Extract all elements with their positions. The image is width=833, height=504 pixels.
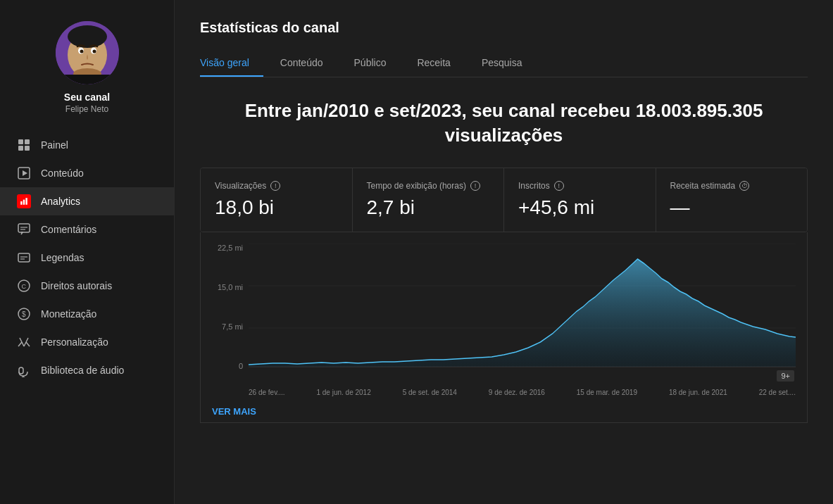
grid-icon — [17, 138, 31, 152]
y-label-4: 0 — [212, 362, 243, 370]
metric-label-receita: Receita estimada ⏱ — [670, 181, 794, 191]
tab-conteudo[interactable]: Conteúdo — [277, 50, 337, 77]
sidebar-item-analytics[interactable]: Analytics — [0, 187, 174, 215]
sidebar-item-conteudo[interactable]: Conteúdo — [0, 159, 174, 187]
svg-marker-14 — [23, 170, 27, 176]
svg-rect-10 — [25, 139, 30, 144]
chart-area: 22,5 mi 15,0 mi 7,5 mi 0 — [212, 244, 796, 384]
avatar-image — [56, 21, 119, 84]
svg-line-28 — [18, 342, 22, 346]
svg-rect-12 — [25, 146, 30, 151]
x-label-4: 9 de dez. de 2016 — [489, 389, 545, 396]
sidebar-label-legendas: Legendas — [41, 252, 84, 263]
audio-icon — [17, 363, 31, 377]
svg-rect-9 — [18, 139, 23, 144]
sidebar-item-monetizacao[interactable]: $ Monetização — [0, 300, 174, 328]
channel-name: Seu canal — [64, 92, 110, 103]
comment-icon — [17, 222, 31, 237]
metric-value-tempo: 2,7 bi — [367, 196, 490, 219]
warn-icon-tempo: ! — [470, 181, 480, 191]
chart-svg-container: 9+ — [249, 244, 796, 384]
y-label-3: 7,5 mi — [212, 322, 243, 331]
svg-point-2 — [68, 25, 107, 48]
svg-rect-16 — [23, 200, 25, 205]
clock-icon-receita: ⏱ — [739, 181, 749, 191]
svg-rect-8 — [63, 75, 112, 84]
svg-line-29 — [26, 342, 30, 346]
tab-visao-geral[interactable]: Visão geral — [200, 50, 263, 77]
copyright-icon: C — [17, 279, 31, 293]
sidebar-label-biblioteca: Biblioteca de áudio — [41, 365, 124, 376]
x-label-1: 26 de fev.... — [249, 389, 285, 396]
sidebar-label-comentarios: Comentários — [41, 224, 96, 235]
chart-section: 22,5 mi 15,0 mi 7,5 mi 0 — [200, 232, 808, 423]
x-label-3: 5 de set. de 2014 — [403, 389, 457, 396]
x-label-7: 22 de set.... — [759, 389, 796, 396]
sidebar-item-direitos[interactable]: C Direitos autorais — [0, 272, 174, 300]
x-label-5: 15 de mar. de 2019 — [577, 389, 637, 396]
sidebar-label-direitos: Direitos autorais — [41, 280, 112, 291]
svg-rect-11 — [18, 146, 23, 151]
metric-tempo-exibicao: Tempo de exibição (horas) ! 2,7 bi — [353, 168, 505, 232]
sidebar-label-analytics: Analytics — [41, 196, 80, 207]
tabs-bar: Visão geral Conteúdo Público Receita Pes… — [200, 50, 808, 77]
metric-value-visualizacoes: 18,0 bi — [215, 196, 338, 219]
svg-text:C: C — [22, 283, 27, 290]
page-title: Estatísticas do canal — [200, 20, 808, 36]
metric-inscritos: Inscritos ! +45,6 mi — [504, 168, 656, 232]
tab-pesquisa[interactable]: Pesquisa — [479, 50, 537, 77]
channel-handle: Felipe Neto — [65, 104, 108, 114]
metric-value-receita: — — [670, 196, 794, 219]
chart-x-labels: 26 de fev.... 1 de jun. de 2012 5 de set… — [212, 384, 796, 396]
metric-visualizacoes: Visualizações ! 18,0 bi — [201, 168, 353, 232]
svg-rect-18 — [18, 224, 30, 232]
ver-mais-link[interactable]: VER MAIS — [212, 406, 256, 417]
svg-rect-17 — [25, 198, 27, 205]
sidebar-item-legendas[interactable]: Legendas — [0, 244, 174, 272]
metric-label-inscritos: Inscritos ! — [518, 181, 641, 191]
metric-value-inscritos: +45,6 mi — [518, 196, 641, 219]
avatar — [56, 21, 119, 84]
money-icon: $ — [17, 307, 31, 321]
sidebar-item-personalizacao[interactable]: Personalização — [0, 328, 174, 356]
tab-publico[interactable]: Público — [351, 50, 401, 77]
sidebar-label-monetizacao: Monetização — [41, 308, 96, 320]
play-icon — [17, 166, 31, 180]
sidebar: Seu canal Felipe Neto Painel — [0, 0, 175, 504]
metric-label-tempo: Tempo de exibição (horas) ! — [367, 181, 490, 191]
warn-icon-visualizacoes: ! — [270, 181, 280, 191]
sidebar-label-personalizacao: Personalização — [41, 336, 108, 348]
metrics-row: Visualizações ! 18,0 bi Tempo de exibiçã… — [200, 168, 808, 232]
y-label-2: 15,0 mi — [212, 283, 243, 291]
metric-label-visualizacoes: Visualizações ! — [215, 181, 338, 191]
analytics-icon — [17, 194, 31, 208]
customize-icon — [17, 335, 31, 349]
chart-y-labels: 22,5 mi 15,0 mi 7,5 mi 0 — [212, 244, 249, 384]
sidebar-item-painel[interactable]: Painel — [0, 131, 174, 159]
hero-section: Entre jan/2010 e set/2023, seu canal rec… — [200, 99, 808, 148]
warn-icon-inscritos: ! — [554, 181, 564, 191]
svg-point-5 — [80, 50, 83, 53]
sidebar-label-painel: Painel — [41, 139, 68, 151]
x-label-6: 18 de jun. de 2021 — [669, 389, 727, 396]
tab-receita[interactable]: Receita — [414, 50, 464, 77]
sidebar-nav: Painel Conteúdo Analytics — [0, 131, 174, 384]
svg-text:$: $ — [22, 310, 26, 318]
chart-svg — [249, 244, 796, 370]
y-label-1: 22,5 mi — [212, 244, 243, 252]
svg-rect-15 — [20, 201, 22, 205]
svg-point-6 — [92, 50, 96, 53]
sidebar-item-comentarios[interactable]: Comentários — [0, 215, 174, 244]
caption-icon — [17, 251, 31, 265]
svg-rect-21 — [18, 253, 30, 262]
zoom-badge[interactable]: 9+ — [777, 370, 794, 382]
x-label-2: 1 de jun. de 2012 — [316, 389, 370, 396]
sidebar-label-conteudo: Conteúdo — [41, 168, 84, 179]
hero-text: Entre jan/2010 e set/2023, seu canal rec… — [200, 99, 808, 148]
metric-receita: Receita estimada ⏱ — — [656, 168, 808, 232]
main-content: Estatísticas do canal Visão geral Conteú… — [175, 0, 833, 504]
sidebar-item-biblioteca[interactable]: Biblioteca de áudio — [0, 356, 174, 384]
